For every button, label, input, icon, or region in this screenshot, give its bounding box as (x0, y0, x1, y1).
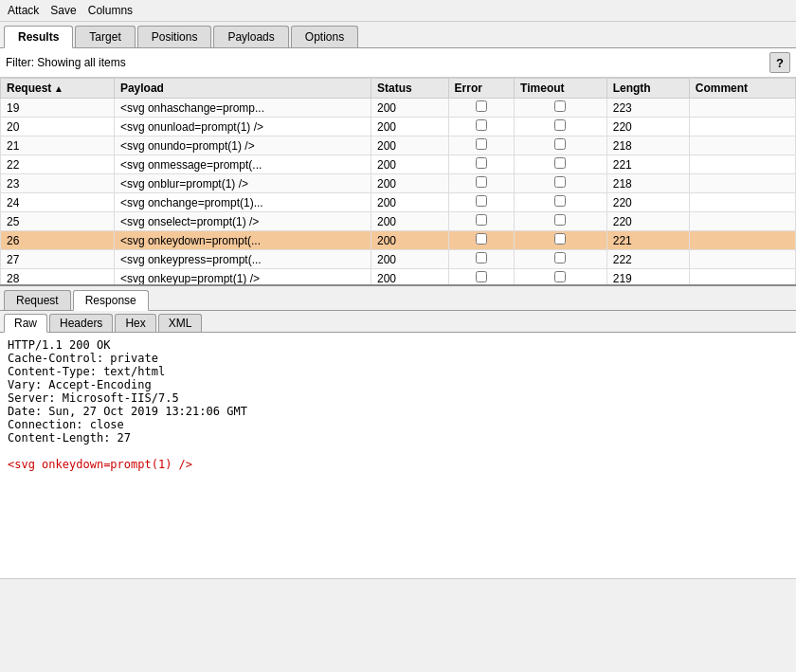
tab-response[interactable]: Response (73, 290, 149, 311)
timeout-checkbox[interactable] (554, 138, 566, 150)
col-error[interactable]: Error (448, 79, 515, 99)
error-checkbox[interactable] (476, 271, 487, 282)
cell-length: 222 (606, 250, 689, 269)
table-row[interactable]: 21<svg onundo=prompt(1) />200218 (1, 136, 796, 155)
cell-timeout[interactable] (515, 193, 607, 212)
timeout-checkbox[interactable] (554, 214, 566, 226)
cell-timeout[interactable] (515, 99, 607, 118)
cell-comment (689, 250, 795, 269)
tab-results[interactable]: Results (4, 26, 73, 48)
cell-status: 200 (371, 174, 449, 193)
tab-target[interactable]: Target (75, 26, 135, 47)
col-status[interactable]: Status (371, 79, 449, 99)
col-payload[interactable]: Payload (114, 79, 371, 99)
cell-error[interactable] (448, 118, 515, 136)
cell-request: 19 (1, 99, 115, 118)
menubar: Attack Save Columns (0, 0, 796, 22)
error-checkbox[interactable] (476, 233, 487, 245)
tab-request[interactable]: Request (4, 290, 71, 310)
tab-payloads[interactable]: Payloads (213, 26, 288, 47)
cell-error[interactable] (448, 212, 515, 231)
error-checkbox[interactable] (476, 138, 487, 150)
tab-positions[interactable]: Positions (137, 26, 212, 47)
col-timeout[interactable]: Timeout (515, 79, 607, 99)
results-table-container: Request Payload Status Error Timeout Len… (0, 78, 796, 286)
timeout-checkbox[interactable] (554, 252, 566, 263)
cell-status: 200 (371, 231, 449, 250)
cell-error[interactable] (448, 193, 515, 212)
cell-error[interactable] (448, 174, 515, 193)
timeout-checkbox[interactable] (554, 100, 566, 112)
cell-request: 26 (1, 231, 115, 250)
cell-comment (689, 118, 795, 136)
filter-bar: Filter: Showing all items ? (0, 48, 796, 78)
table-row[interactable]: 25<svg onselect=prompt(1) />200220 (1, 212, 796, 231)
cell-error[interactable] (448, 155, 515, 174)
table-row[interactable]: 27<svg onkeypress=prompt(... 200222 (1, 250, 796, 269)
error-checkbox[interactable] (476, 119, 487, 131)
help-button[interactable]: ? (769, 52, 790, 73)
error-checkbox[interactable] (476, 176, 487, 188)
cell-timeout[interactable] (515, 118, 607, 136)
menu-save[interactable]: Save (50, 4, 76, 17)
cell-length: 219 (606, 269, 689, 287)
cell-length: 221 (606, 155, 689, 174)
table-row[interactable]: 26<svg onkeydown=prompt(... 200221 (1, 231, 796, 250)
sub-tabs: Raw Headers Hex XML (0, 311, 796, 333)
cell-payload: <svg onchange=prompt(1)... (114, 193, 371, 212)
cell-timeout[interactable] (515, 250, 607, 269)
menu-columns[interactable]: Columns (88, 4, 133, 17)
timeout-checkbox[interactable] (554, 195, 566, 207)
cell-error[interactable] (448, 269, 515, 287)
cell-timeout[interactable] (515, 269, 607, 287)
sub-tab-headers[interactable]: Headers (49, 314, 113, 332)
timeout-checkbox[interactable] (554, 233, 566, 245)
cell-timeout[interactable] (515, 212, 607, 231)
col-comment[interactable]: Comment (689, 79, 795, 99)
col-length[interactable]: Length (606, 79, 689, 99)
cell-error[interactable] (448, 231, 515, 250)
cell-length: 223 (606, 99, 689, 118)
cell-request: 23 (1, 174, 115, 193)
error-checkbox[interactable] (476, 157, 487, 169)
cell-comment (689, 174, 795, 193)
table-row[interactable]: 20<svg onunload=prompt(1) />200220 (1, 118, 796, 136)
cell-comment (689, 155, 795, 174)
timeout-checkbox[interactable] (554, 157, 566, 169)
cell-request: 20 (1, 118, 115, 136)
table-row[interactable]: 23<svg onblur=prompt(1) />200218 (1, 174, 796, 193)
cell-timeout[interactable] (515, 136, 607, 155)
error-checkbox[interactable] (476, 195, 487, 207)
menu-attack[interactable]: Attack (8, 4, 39, 17)
cell-error[interactable] (448, 136, 515, 155)
cell-timeout[interactable] (515, 155, 607, 174)
table-row[interactable]: 22<svg onmessage=prompt(... 200221 (1, 155, 796, 174)
cell-timeout[interactable] (515, 231, 607, 250)
sub-tab-raw[interactable]: Raw (4, 314, 47, 333)
cell-request: 27 (1, 250, 115, 269)
table-row[interactable]: 28<svg onkeyup=prompt(1) />200219 (1, 269, 796, 287)
cell-error[interactable] (448, 99, 515, 118)
cell-comment (689, 269, 795, 287)
cell-comment (689, 193, 795, 212)
col-request[interactable]: Request (1, 79, 115, 99)
error-checkbox[interactable] (476, 252, 487, 263)
cell-timeout[interactable] (515, 174, 607, 193)
sub-tab-hex[interactable]: Hex (115, 314, 155, 332)
error-checkbox[interactable] (476, 100, 487, 112)
cell-payload: <svg onunload=prompt(1) /> (114, 118, 371, 136)
error-checkbox[interactable] (476, 214, 487, 226)
table-row[interactable]: 24<svg onchange=prompt(1)...200220 (1, 193, 796, 212)
table-row[interactable]: 19<svg onhaschange=promp...200223 (1, 99, 796, 118)
timeout-checkbox[interactable] (554, 119, 566, 131)
timeout-checkbox[interactable] (554, 271, 566, 282)
cell-error[interactable] (448, 250, 515, 269)
cell-status: 200 (371, 250, 449, 269)
cell-length: 220 (606, 118, 689, 136)
cell-payload: <svg onselect=prompt(1) /> (114, 212, 371, 231)
timeout-checkbox[interactable] (554, 176, 566, 188)
response-content: HTTP/1.1 200 OK Cache-Control: private C… (0, 333, 796, 579)
tab-options[interactable]: Options (291, 26, 358, 47)
sub-tab-xml[interactable]: XML (158, 314, 203, 332)
cell-request: 22 (1, 155, 115, 174)
